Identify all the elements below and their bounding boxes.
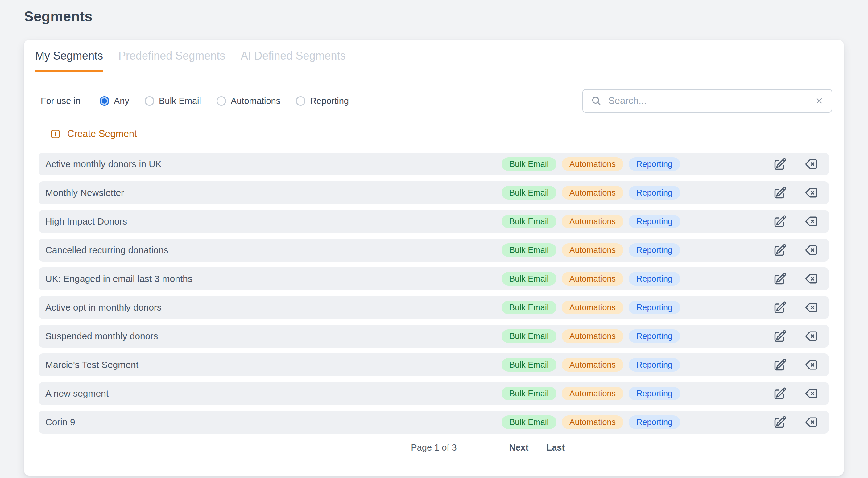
badge-reporting: Reporting [629,157,680,171]
delete-segment-button[interactable] [804,272,818,286]
radio-option-label: Automations [231,96,280,106]
segment-actions [773,358,818,372]
edit-segment-button[interactable] [773,272,787,286]
segment-name: A new segment [45,388,501,399]
segment-actions [773,329,818,343]
badge-bulk-email: Bulk Email [501,215,556,228]
delete-segment-button[interactable] [804,243,818,257]
segments-card: My SegmentsPredefined SegmentsAI Defined… [24,40,844,476]
radio-option-label: Reporting [310,96,349,106]
radio-icon [145,96,154,106]
edit-segment-button[interactable] [773,329,787,343]
badge-automations: Automations [562,387,623,400]
backspace-delete-icon [804,358,818,372]
segment-row: A new segment Bulk EmailAutomationsRepor… [38,382,829,405]
pagination-next-button[interactable]: Next [509,443,529,453]
edit-segment-button[interactable] [773,415,787,429]
edit-icon [773,215,787,228]
tab-predefined-segments[interactable]: Predefined Segments [119,40,225,72]
segment-name: Suspended monthly donors [45,331,501,341]
create-segment-button[interactable]: Create Segment [50,128,137,139]
edit-segment-button[interactable] [773,215,787,228]
segment-actions [773,186,818,199]
pagination: Page 1 of 3 Next Last [24,443,844,455]
filter-options: Any Bulk Email Automations Reporting [100,96,349,106]
delete-segment-button[interactable] [804,387,818,400]
segment-row: Active opt in monthly donors Bulk EmailA… [38,296,829,319]
badge-reporting: Reporting [629,243,680,257]
edit-icon [773,157,787,171]
backspace-delete-icon [804,157,818,171]
badge-automations: Automations [562,358,623,372]
badge-reporting: Reporting [629,186,680,199]
badge-bulk-email: Bulk Email [501,387,556,400]
backspace-delete-icon [804,301,818,314]
segment-actions [773,415,818,429]
segment-actions [773,272,818,286]
edit-icon [773,272,787,286]
segment-name: Active monthly donors in UK [45,159,501,169]
badge-bulk-email: Bulk Email [501,415,556,429]
tab-bar: My SegmentsPredefined SegmentsAI Defined… [24,40,844,72]
radio-option-automations[interactable]: Automations [217,96,280,106]
backspace-delete-icon [804,272,818,286]
segment-badges: Bulk EmailAutomationsReporting [501,387,680,400]
radio-option-reporting[interactable]: Reporting [296,96,349,106]
backspace-delete-icon [804,329,818,343]
badge-reporting: Reporting [629,272,680,286]
radio-icon [296,96,305,106]
radio-option-label: Any [114,96,129,106]
page-info: Page 1 of 3 [411,443,457,453]
badge-reporting: Reporting [629,329,680,343]
delete-segment-button[interactable] [804,157,818,171]
segment-badges: Bulk EmailAutomationsReporting [501,215,680,228]
badge-automations: Automations [562,301,623,314]
pagination-last-button[interactable]: Last [547,443,565,453]
badge-automations: Automations [562,415,623,429]
segment-badges: Bulk EmailAutomationsReporting [501,415,680,429]
segment-badges: Bulk EmailAutomationsReporting [501,243,680,257]
segment-name: UK: Engaged in email last 3 months [45,274,501,284]
search-input[interactable] [608,95,809,107]
badge-bulk-email: Bulk Email [501,157,556,171]
segment-row: High Impact Donors Bulk EmailAutomations… [38,210,829,233]
badge-automations: Automations [562,186,623,199]
segment-name: High Impact Donors [45,216,501,227]
tab-my-segments[interactable]: My Segments [35,40,103,72]
tab-ai-defined-segments[interactable]: AI Defined Segments [241,40,345,72]
page-title: Segments [0,0,868,25]
edit-segment-button[interactable] [773,387,787,400]
badge-automations: Automations [562,272,623,286]
radio-option-any[interactable]: Any [100,96,129,106]
edit-icon [773,387,787,400]
badge-automations: Automations [562,157,623,171]
delete-segment-button[interactable] [804,329,818,343]
badge-bulk-email: Bulk Email [501,272,556,286]
radio-icon [100,96,109,106]
clear-search-icon[interactable] [815,97,824,105]
delete-segment-button[interactable] [804,301,818,314]
badge-bulk-email: Bulk Email [501,243,556,257]
segment-name: Monthly Newsletter [45,188,501,198]
segment-actions [773,301,818,314]
radio-icon [217,96,226,106]
edit-segment-button[interactable] [773,186,787,199]
radio-option-bulk-email[interactable]: Bulk Email [145,96,201,106]
edit-segment-button[interactable] [773,243,787,257]
delete-segment-button[interactable] [804,186,818,199]
segment-name: Cancelled recurring donations [45,245,501,255]
segment-row: Suspended monthly donors Bulk EmailAutom… [38,325,829,348]
delete-segment-button[interactable] [804,215,818,228]
badge-bulk-email: Bulk Email [501,358,556,372]
edit-segment-button[interactable] [773,157,787,171]
delete-segment-button[interactable] [804,415,818,429]
backspace-delete-icon [804,387,818,400]
edit-segment-button[interactable] [773,358,787,372]
edit-icon [773,358,787,372]
delete-segment-button[interactable] [804,358,818,372]
badge-automations: Automations [562,215,623,228]
edit-icon [773,301,787,314]
edit-segment-button[interactable] [773,301,787,314]
segment-row: Cancelled recurring donations Bulk Email… [38,239,829,261]
search-icon [591,96,601,106]
